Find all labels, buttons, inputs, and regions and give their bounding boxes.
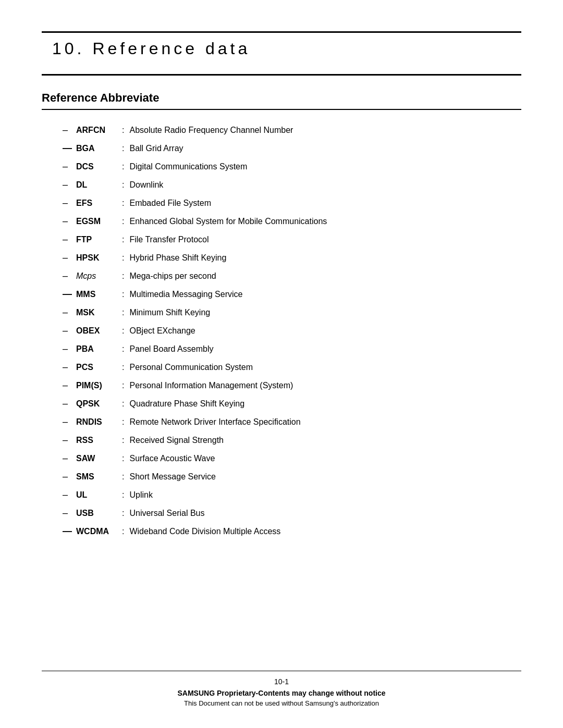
bullet-icon: – xyxy=(63,380,73,391)
bullet-icon: – xyxy=(63,216,73,227)
list-item: –PIM(S):Personal Information Management … xyxy=(63,380,521,391)
list-item: –ARFCN:Absolute Radio Frequency Channel … xyxy=(63,125,521,135)
list-item: –SAW:Surface Acoustic Wave xyxy=(63,453,521,464)
abbrev-term: USB xyxy=(76,509,118,518)
chapter-title-bar: 10. Reference data xyxy=(42,31,521,76)
abbrev-colon: : xyxy=(122,454,124,463)
abbrev-definition: Ball Grid Array xyxy=(129,144,183,153)
list-item: –EFS:Embaded File System xyxy=(63,198,521,208)
abbrev-term: ARFCN xyxy=(76,126,118,135)
abbrev-definition: Hybrid Phase Shift Keying xyxy=(129,253,226,263)
abbrev-definition: Panel Board Assembly xyxy=(129,344,213,354)
bullet-icon: – xyxy=(63,435,73,446)
abbrev-colon: : xyxy=(122,472,124,482)
abbrev-term: PCS xyxy=(76,363,118,372)
bullet-icon: – xyxy=(63,234,73,245)
abbrev-definition: Remote Network Driver Interface Specific… xyxy=(129,417,300,427)
abbrev-colon: : xyxy=(122,326,124,336)
footer-divider xyxy=(42,671,521,671)
abbrev-definition: Embaded File System xyxy=(129,199,211,208)
abbrev-colon: : xyxy=(122,217,124,226)
bullet-icon: – xyxy=(63,307,73,318)
bullet-icon: – xyxy=(63,508,73,519)
bullet-icon: — xyxy=(63,526,73,537)
list-item: –RSS:Received Signal Strength xyxy=(63,435,521,446)
abbrev-colon: : xyxy=(122,490,124,500)
page: 10. Reference data Reference Abbreviate … xyxy=(0,0,563,728)
abbrev-definition: Universal Serial Bus xyxy=(129,509,204,518)
abbrev-definition: Personal Information Management (System) xyxy=(129,381,293,390)
section-title: Reference Abbreviate xyxy=(42,91,521,110)
list-item: –OBEX:OBject EXchange xyxy=(63,325,521,336)
abbrev-colon: : xyxy=(122,417,124,427)
abbrev-definition: Short Message Service xyxy=(129,472,215,482)
list-item: –DCS:Digital Communications System xyxy=(63,161,521,172)
abbrev-term: EGSM xyxy=(76,217,118,226)
footer: 10-1 SAMSUNG Proprietary-Contents may ch… xyxy=(0,671,563,707)
abbrev-colon: : xyxy=(122,126,124,135)
abbrev-colon: : xyxy=(122,308,124,317)
abbrev-definition: Enhanced Global System for Mobile Commun… xyxy=(129,217,327,226)
abbrev-colon: : xyxy=(122,509,124,518)
abbrev-term: RNDIS xyxy=(76,417,118,427)
list-item: –HPSK:Hybrid Phase Shift Keying xyxy=(63,252,521,263)
bullet-icon: – xyxy=(63,161,73,172)
abbrev-term: SAW xyxy=(76,454,118,463)
bullet-icon: – xyxy=(63,453,73,464)
list-item: —WCDMA:Wideband Code Division Multiple A… xyxy=(63,526,521,537)
abbrev-definition: Quadrature Phase Shift Keying xyxy=(129,399,244,409)
abbrev-term: WCDMA xyxy=(76,527,118,536)
abbrev-definition: Multimedia Messaging Service xyxy=(129,290,242,299)
footer-doc-notice: This Document can not be used without Sa… xyxy=(0,699,563,707)
bullet-icon: – xyxy=(63,179,73,190)
list-item: –EGSM:Enhanced Global System for Mobile … xyxy=(63,216,521,227)
abbrev-term: SMS xyxy=(76,472,118,482)
bullet-icon: – xyxy=(63,252,73,263)
abbrev-colon: : xyxy=(122,344,124,354)
list-item: –QPSK:Quadrature Phase Shift Keying xyxy=(63,398,521,409)
abbrev-term: UL xyxy=(76,490,118,500)
abbrev-colon: : xyxy=(122,399,124,409)
list-item: –DL:Downlink xyxy=(63,179,521,190)
abbrev-definition: Personal Communication System xyxy=(129,363,253,372)
list-item: –MSK:Minimum Shift Keying xyxy=(63,307,521,318)
abbrev-term: PIM(S) xyxy=(76,381,118,390)
list-item: –USB:Universal Serial Bus xyxy=(63,508,521,519)
abbrev-term: MSK xyxy=(76,308,118,317)
abbrev-colon: : xyxy=(122,290,124,299)
list-item: –RNDIS:Remote Network Driver Interface S… xyxy=(63,416,521,427)
list-item: –UL:Uplink xyxy=(63,489,521,500)
bullet-icon: – xyxy=(63,125,73,135)
abbrev-colon: : xyxy=(122,363,124,372)
abbrev-term: OBEX xyxy=(76,326,118,336)
abbrev-term: EFS xyxy=(76,199,118,208)
abbrev-definition: File Transfer Protocol xyxy=(129,235,209,244)
abbrev-definition: Downlink xyxy=(129,180,163,190)
bullet-icon: – xyxy=(63,471,73,482)
abbrev-definition: Surface Acoustic Wave xyxy=(129,454,215,463)
abbrev-definition: Absolute Radio Frequency Channel Number xyxy=(129,126,293,135)
chapter-title: 10. Reference data xyxy=(52,39,521,63)
bullet-icon: – xyxy=(63,398,73,409)
list-item: –FTP:File Transfer Protocol xyxy=(63,234,521,245)
abbreviation-list: –ARFCN:Absolute Radio Frequency Channel … xyxy=(63,125,521,537)
bullet-icon: – xyxy=(63,362,73,373)
abbrev-term: QPSK xyxy=(76,399,118,409)
abbrev-term: RSS xyxy=(76,436,118,445)
abbrev-term: MMS xyxy=(76,290,118,299)
abbrev-definition: Mega-chips per second xyxy=(129,272,216,281)
bullet-icon: – xyxy=(63,489,73,500)
abbrev-colon: : xyxy=(122,436,124,445)
list-item: –Mcps:Mega-chips per second xyxy=(63,270,521,281)
page-number: 10-1 xyxy=(0,677,563,686)
abbrev-colon: : xyxy=(122,381,124,390)
abbrev-definition: Minimum Shift Keying xyxy=(129,308,210,317)
abbrev-colon: : xyxy=(122,527,124,536)
abbrev-colon: : xyxy=(122,253,124,263)
list-item: –SMS:Short Message Service xyxy=(63,471,521,482)
abbrev-definition: Received Signal Strength xyxy=(129,436,224,445)
abbrev-term: HPSK xyxy=(76,253,118,263)
abbrev-definition: Digital Communications System xyxy=(129,162,247,171)
abbrev-term: FTP xyxy=(76,235,118,244)
abbrev-term: BGA xyxy=(76,144,118,153)
